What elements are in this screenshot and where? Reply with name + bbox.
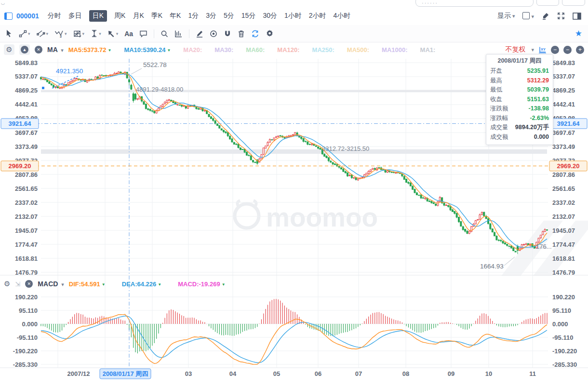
hide-line-caret[interactable]: ▼ <box>167 48 171 53</box>
ma-line-value[interactable]: MA60: <box>246 46 265 53</box>
macd-line-value[interactable]: MACD:-19.269▼ <box>178 280 225 288</box>
svg-text:3373.49: 3373.49 <box>15 143 38 150</box>
macd-line-value[interactable]: DIF:54.591▼ <box>69 280 106 288</box>
close-indicator-icon[interactable]: ✕ <box>25 280 33 288</box>
magnet-icon[interactable] <box>224 30 231 38</box>
svg-text:2807.86: 2807.86 <box>552 171 575 178</box>
indicator-name[interactable]: MA ▾ <box>47 46 64 53</box>
tab-年K[interactable]: 年K <box>170 12 181 20</box>
partial-button-left[interactable] <box>536 0 559 6</box>
hide-line-caret[interactable]: ▼ <box>107 48 111 53</box>
tab-月K[interactable]: 月K <box>133 12 144 20</box>
collapse-pane-icon[interactable]: ▲ <box>19 44 30 55</box>
svg-text:2969.20: 2969.20 <box>557 162 580 170</box>
adjust-type-dropdown[interactable]: 不复权 <box>505 45 525 54</box>
cursor-tool[interactable] <box>5 29 13 38</box>
ma-line-value[interactable]: MA30: <box>214 46 233 53</box>
svg-text:2132.07: 2132.07 <box>15 213 38 220</box>
search-icon[interactable] <box>160 30 168 38</box>
hide-line-caret[interactable]: ▼ <box>102 282 106 287</box>
chart-style-dropdown[interactable]: ▾ <box>522 12 534 20</box>
zoom-in-icon[interactable]: + <box>576 46 584 54</box>
symbol-code[interactable]: 000001 <box>16 12 39 20</box>
display-dropdown[interactable]: 显示▾ <box>497 12 515 20</box>
macd-line-value[interactable]: DEA:64.226▼ <box>122 280 161 288</box>
svg-text:1476.79: 1476.79 <box>15 269 38 276</box>
chevron-down-icon: ▾ <box>531 13 534 19</box>
axis-settings-icon[interactable]: XY <box>538 46 547 53</box>
svg-text:2561.65: 2561.65 <box>552 185 575 192</box>
tab-15分[interactable]: 15分 <box>241 12 256 20</box>
zoom-out-icon-2[interactable]: − <box>563 46 572 54</box>
tab-3分[interactable]: 3分 <box>206 12 216 20</box>
svg-text:4442.41: 4442.41 <box>552 101 575 108</box>
ma-line-value[interactable]: MA120: <box>277 46 299 53</box>
tab-1小时[interactable]: 1小时 <box>284 12 302 20</box>
ma-line-value[interactable]: MA250: <box>312 46 334 53</box>
zoom-out-icon[interactable]: − <box>551 46 559 54</box>
arrow-tool[interactable]: ▾ <box>107 30 119 38</box>
close-indicator-icon[interactable]: ✕ <box>35 46 42 53</box>
ma-line-value[interactable]: MA1000: <box>382 46 407 53</box>
tab-2小时[interactable]: 2小时 <box>309 12 326 20</box>
volume-profile-icon[interactable] <box>174 30 183 38</box>
fullscreen-icon[interactable] <box>557 12 565 20</box>
svg-text:-190.220: -190.220 <box>552 347 577 355</box>
gear-icon[interactable] <box>266 29 274 38</box>
wave-tool[interactable]: 3▾ <box>54 29 67 38</box>
tab-季K[interactable]: 季K <box>151 12 162 20</box>
sync-icon[interactable] <box>251 30 259 38</box>
price-range-tool[interactable]: ▾ <box>91 29 101 38</box>
partial-symbol-input[interactable]: ······ <box>415 0 534 7</box>
ma-line-value[interactable]: MA10:5390.24▼ <box>124 46 171 53</box>
svg-text:-95.110: -95.110 <box>17 334 38 341</box>
moomoo-chart-window: ◡ ······ 000001 分时多日日K周K月K季K年K1分3分5分15分3… <box>0 0 588 387</box>
ma-line-value[interactable]: MA5:5373.72▼ <box>68 46 112 53</box>
chart-layout-icon[interactable] <box>4 13 13 20</box>
brush-icon[interactable] <box>542 12 549 20</box>
tab-周K[interactable]: 周K <box>114 12 125 20</box>
tab-分时[interactable]: 分时 <box>48 12 61 20</box>
ma-line-value[interactable]: MA500: <box>347 46 369 53</box>
svg-text:2132.07: 2132.07 <box>552 213 575 220</box>
macd-layer <box>41 299 547 364</box>
gann-tool[interactable]: ▾ <box>73 30 85 38</box>
hide-line-caret[interactable]: ▼ <box>158 282 161 287</box>
continuous-drawing-icon[interactable] <box>210 30 217 38</box>
indicator-name[interactable]: MACD ▾ <box>38 280 64 288</box>
favorite-star-icon[interactable]: ★ <box>575 28 582 39</box>
svg-text:95.110: 95.110 <box>552 307 571 314</box>
trash-icon[interactable] <box>238 30 245 38</box>
trendline-tool[interactable]: ▾ <box>19 30 30 38</box>
svg-text:3921.64: 3921.64 <box>9 120 32 127</box>
tab-4小时[interactable]: 4小时 <box>334 12 351 20</box>
chevron-down-icon: ▾ <box>99 31 101 36</box>
ma-line-value[interactable]: MA20: <box>183 46 202 53</box>
settings-gear-icon[interactable]: ⚙ <box>4 44 14 55</box>
tooltip-row: 最高5312.29 <box>490 76 549 86</box>
svg-text:04: 04 <box>229 370 237 377</box>
tab-1分[interactable]: 1分 <box>188 12 199 20</box>
svg-text:5849.83: 5849.83 <box>552 59 575 67</box>
ma-line-value[interactable]: MA1: <box>420 46 436 53</box>
tab-30分[interactable]: 30分 <box>263 12 277 20</box>
partial-button-right[interactable] <box>562 0 585 6</box>
chevron-down-icon: ▾ <box>82 31 85 36</box>
hide-line-caret[interactable]: ▼ <box>222 282 226 287</box>
tab-5分[interactable]: 5分 <box>224 12 234 20</box>
tab-日K[interactable]: 日K <box>89 10 107 22</box>
ma-values: MA5:5373.72▼MA10:5390.24▼MA20:MA30:MA60:… <box>68 46 436 53</box>
toolbar-divider <box>189 29 189 38</box>
expand-pane-icon[interactable]: ⇲ <box>15 280 20 288</box>
channel-tool[interactable]: ▾ <box>37 30 49 38</box>
tab-多日[interactable]: 多日 <box>68 12 82 20</box>
panel-toggle-icon[interactable] <box>573 13 581 20</box>
window-corner-fragment: ◡ <box>1 0 5 5</box>
svg-text:1945.07: 1945.07 <box>552 227 575 234</box>
settings-gear-icon[interactable]: ⚙ <box>4 280 10 288</box>
pencil-tool[interactable] <box>196 30 203 38</box>
watermark: moomoo <box>235 200 588 276</box>
comment-tool[interactable] <box>139 30 147 38</box>
text-tool[interactable]: Aa <box>124 30 133 38</box>
tooltip-row: 成交量9894.20万手 <box>490 123 549 133</box>
